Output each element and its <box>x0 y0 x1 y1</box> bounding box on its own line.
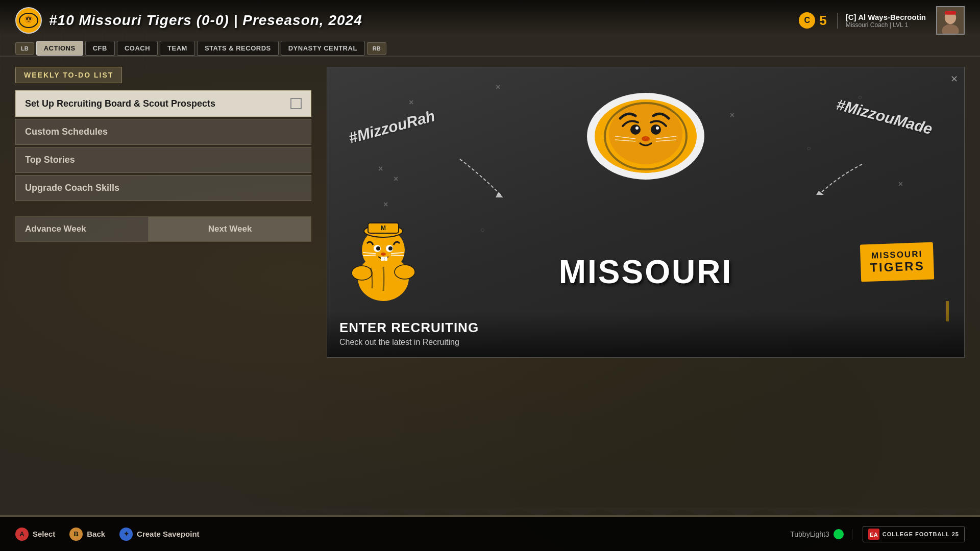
svg-point-5 <box>29 18 31 20</box>
streaming-icon <box>834 529 844 539</box>
back-label: Back <box>87 530 105 538</box>
weekly-todo-header: Weekly To-Do List <box>15 67 122 83</box>
hashtag-mizzouMade: #MizzouMade <box>835 96 935 138</box>
create-savepoint-button[interactable]: ✦ Create Savepoint <box>119 528 200 541</box>
deco-x-6: × <box>383 200 388 209</box>
username-section: TubbyLight3 <box>790 529 852 539</box>
hashtag-mizzourah: #MizzouRah <box>347 107 437 147</box>
dashed-arrow-right <box>811 159 872 200</box>
svg-point-18 <box>642 136 650 141</box>
todo-label-schedules: Custom Schedules <box>25 127 108 137</box>
deco-x-5: × <box>394 174 398 184</box>
todo-checkbox-recruiting[interactable] <box>290 98 302 109</box>
a-button-icon: A <box>15 528 29 541</box>
tab-dynasty[interactable]: Dynasty Central <box>281 41 365 56</box>
tiger-mascot: M <box>342 217 424 306</box>
header: #10 Missouri Tigers (0-0) | Preseason, 2… <box>0 0 980 35</box>
bottom-right: TubbyLight3 EA COLLEGE FOOTBALL 25 <box>790 526 965 542</box>
tab-actions[interactable]: Actions <box>36 41 83 56</box>
lb-trigger[interactable]: LB <box>15 42 34 55</box>
coin-icon: C <box>799 12 815 29</box>
select-button[interactable]: A Select <box>15 528 55 541</box>
enter-recruiting-title: ENTER RECRUITING <box>339 320 952 336</box>
rb-trigger[interactable]: RB <box>367 42 386 55</box>
svg-rect-35 <box>381 257 384 261</box>
advance-week-label: Advance Week <box>16 217 149 241</box>
svg-point-16 <box>635 127 639 130</box>
svg-text:EA: EA <box>870 532 877 538</box>
todo-label-stories: Top Stories <box>25 155 75 165</box>
svg-line-38 <box>363 255 376 256</box>
svg-point-4 <box>26 18 28 20</box>
tab-coach[interactable]: Coach <box>117 41 158 56</box>
next-week-button[interactable]: Next Week <box>149 217 311 241</box>
todo-item-skills[interactable]: Upgrade Coach Skills <box>15 175 311 201</box>
create-button-icon: ✦ <box>119 528 133 541</box>
tab-team[interactable]: Team <box>160 41 195 56</box>
todo-label-recruiting: Set Up Recruiting Board & Scout Prospect… <box>25 98 215 109</box>
svg-rect-36 <box>384 257 387 261</box>
select-label: Select <box>33 530 55 538</box>
deco-x-4: × <box>378 164 383 173</box>
coach-info: [C] Al Ways-Becrootin Missouri Coach | L… <box>837 13 926 29</box>
ea-logo: EA <box>868 529 879 540</box>
left-panel: Weekly To-Do List Set Up Recruiting Boar… <box>15 67 311 516</box>
svg-point-15 <box>651 124 661 135</box>
bottom-bar: A Select B Back ✦ Create Savepoint Tubby… <box>0 515 980 551</box>
svg-point-33 <box>388 246 393 251</box>
tigers-sign: MISSOURI TIGERS <box>860 242 934 282</box>
svg-text:M: M <box>381 224 386 232</box>
deco-x-2: × <box>409 98 413 107</box>
svg-point-34 <box>381 253 386 256</box>
card-close-button[interactable]: ✕ <box>950 73 958 85</box>
deco-x-9: × <box>898 180 903 189</box>
tigers-oval-logo <box>584 88 707 185</box>
main-content: Weekly To-Do List Set Up Recruiting Boar… <box>0 57 980 526</box>
svg-point-32 <box>376 246 380 251</box>
advance-week-row: Advance Week Next Week <box>15 216 311 242</box>
svg-point-17 <box>656 127 659 130</box>
todo-item-schedules[interactable]: Custom Schedules <box>15 119 311 145</box>
game-title-label: COLLEGE FOOTBALL 25 <box>883 531 959 537</box>
deco-o-3: ○ <box>480 226 484 234</box>
coins-value: 5 <box>819 13 826 29</box>
coach-name: [C] Al Ways-Becrootin <box>846 13 926 21</box>
create-savepoint-label: Create Savepoint <box>137 530 200 538</box>
todo-list: Set Up Recruiting Board & Scout Prospect… <box>15 90 311 201</box>
bottom-actions: A Select B Back ✦ Create Savepoint <box>15 528 200 541</box>
deco-x-1: × <box>496 83 500 92</box>
todo-item-recruiting[interactable]: Set Up Recruiting Board & Scout Prospect… <box>15 90 311 117</box>
header-left: #10 Missouri Tigers (0-0) | Preseason, 2… <box>15 7 362 34</box>
tab-cfb[interactable]: CFB <box>85 41 115 56</box>
svg-point-41 <box>352 266 372 280</box>
tab-stats[interactable]: Stats & Records <box>197 41 279 56</box>
svg-point-42 <box>395 265 415 279</box>
todo-item-stories[interactable]: Top Stories <box>15 147 311 173</box>
dashed-arrow <box>450 154 521 205</box>
coins-display: C 5 <box>799 12 826 29</box>
sign-line2: TIGERS <box>870 259 925 274</box>
header-right: C 5 [C] Al Ways-Becrootin Missouri Coach… <box>799 6 965 35</box>
svg-point-14 <box>630 124 641 135</box>
coach-details: Missouri Coach | LVL 1 <box>846 21 909 29</box>
b-button-icon: B <box>69 528 83 541</box>
deco-o-2: ○ <box>807 144 811 152</box>
game-badge: EA COLLEGE FOOTBALL 25 <box>863 526 965 542</box>
coach-avatar <box>936 6 965 35</box>
svg-point-3 <box>24 15 33 23</box>
todo-label-skills: Upgrade Coach Skills <box>25 183 119 193</box>
missouri-large-text: MISSOURI <box>559 253 732 291</box>
recruiting-card-bottom: ENTER RECRUITING Check out the latest in… <box>327 312 964 357</box>
page-title: #10 Missouri Tigers (0-0) | Preseason, 2… <box>49 12 362 29</box>
navigation-tabs: LB Actions CFB Coach Team Stats & Record… <box>0 37 980 57</box>
enter-recruiting-subtitle: Check out the latest in Recruiting <box>339 338 952 347</box>
svg-rect-9 <box>945 11 956 14</box>
right-panel: × × × × × × × × × × ○ ○ ○ ✕ #MizzouRah <box>327 67 965 516</box>
back-button[interactable]: B Back <box>69 528 105 541</box>
team-logo <box>15 7 42 34</box>
username-label: TubbyLight3 <box>790 530 829 538</box>
svg-line-40 <box>391 255 404 256</box>
deco-x-3: × <box>730 111 734 120</box>
deco-o-1: ○ <box>858 93 862 101</box>
recruiting-card[interactable]: × × × × × × × × × × ○ ○ ○ ✕ #MizzouRah <box>327 67 965 358</box>
